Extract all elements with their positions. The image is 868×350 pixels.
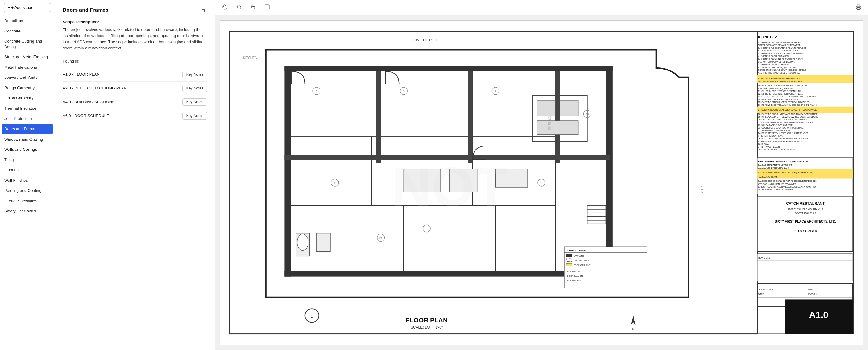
svg-text:22. 5/8" BAR AGENT FOR ADA SER: 22. 5/8" BAR AGENT FOR ADA SER 1. (758, 124, 794, 126)
svg-text:1. EXISTING COLORS 4910 SPRAY : 1. EXISTING COLORS 4910 SPRAY APPLIED (758, 41, 801, 43)
delete-button[interactable]: 🗑 (200, 6, 207, 14)
svg-text:22: 22 (379, 237, 382, 240)
svg-line-1 (240, 8, 241, 9)
svg-text:SCOTTSDALE, AZ: SCOTTSDALE, AZ (795, 212, 816, 215)
svg-text:EXISTING RESTROOM ADA COMPLIAN: EXISTING RESTROOM ADA COMPLIANCE LIST: (758, 160, 810, 163)
sidebar-item-painting-and-coating[interactable]: Painting and Coating (0, 185, 55, 196)
svg-text:15. EXISTING PANELS SEE ELECTR: 15. EXISTING PANELS SEE ELECTRICAL DRAWI… (758, 101, 810, 103)
svg-text:2. EXISTING FLOOR PLAN TO REMA: 2. EXISTING FLOOR PLAN TO REMAIN, REFLEC… (758, 47, 806, 49)
sidebar-item-wall-finishes[interactable]: Wall Finishes (0, 175, 55, 186)
svg-rect-94 (284, 66, 291, 277)
sidebar-item-thermal-insulation[interactable]: Thermal Insulation (0, 103, 55, 114)
svg-text:21. USE STORAGE ROOM SEE INTER: 21. USE STORAGE ROOM SEE INTERIOR DESIGN… (758, 121, 814, 124)
sidebar-item-tiling[interactable]: Tiling (0, 155, 55, 165)
search-tool-button[interactable] (235, 3, 244, 12)
plus-icon: + (8, 5, 10, 10)
found-item-name: A1.0 - FLOOR PLAN (63, 72, 100, 77)
sidebar-item-concrete-cutting-and-boring[interactable]: Concrete Cutting and Boring (0, 36, 55, 52)
svg-text:SEE AOR COMPLIANCE (CD BELOW).: SEE AOR COMPLIANCE (CD BELOW). (758, 61, 795, 63)
sidebar-item-windows-and-glazing[interactable]: Windows and Glazing (0, 134, 55, 145)
found-item: A6.0 - DOOR SCHEDULEKey Notes (63, 109, 207, 123)
svg-text:DOOR CALL ON: DOOR CALL ON (567, 275, 583, 277)
svg-text:DOOR CALL OUT: DOOR CALL OUT (574, 264, 591, 266)
sidebar-item-safety-specialties[interactable]: Safety Specialties (0, 206, 55, 216)
svg-text:13. FRAMES FOR USE. SEE STRUCT: 13. FRAMES FOR USE. SEE STRUCTURAL AND H… (758, 96, 817, 98)
svg-text:SIXTY FIRST PLACE ARCHITECTS, : SIXTY FIRST PLACE ARCHITECTS, LTD. (775, 220, 836, 223)
svg-text:11. FILLERS - SEE INTERIOR DES: 11. FILLERS - SEE INTERIOR DESIGN PLAN. (758, 90, 801, 92)
svg-text:28. EQUIPMENT ON CONCRETE CURB: 28. EQUIPMENT ON CONCRETE CURB. (758, 149, 797, 151)
svg-text:6. EXISTING DOOR TO REMAIN.: 6. EXISTING DOOR TO REMAIN. (758, 64, 789, 66)
svg-text:6. RESTROOMS SHALL HAVE ACCESS: 6. RESTROOMS SHALL HAVE ACCESSIBLE APPRO… (758, 186, 815, 188)
svg-text:ALL EXISTING CONDITIONS AS REQ: ALL EXISTING CONDITIONS AS REQUIRED. (758, 50, 801, 52)
svg-text:15: 15 (586, 113, 589, 116)
sidebar-item-finish-carpentry[interactable]: Finish Carpentry (0, 93, 55, 103)
svg-text:7. EXISTING EXIT DOOR(S) BUT A: 7. EXISTING EXIT DOOR(S) BUT A PART. (758, 66, 797, 69)
svg-rect-98 (376, 71, 381, 163)
svg-rect-73 (757, 254, 852, 281)
blueprint-toolbar (215, 0, 868, 15)
print-button[interactable] (854, 3, 863, 12)
svg-rect-96 (284, 66, 612, 71)
svg-text:KEYNOTES:: KEYNOTES: (758, 36, 777, 39)
add-scope-button[interactable]: + + Add scope (4, 3, 51, 12)
svg-text:A1.0: A1.0 (809, 310, 828, 320)
toolbar-tools (220, 2, 272, 12)
key-notes-button[interactable]: Key Notes (182, 84, 207, 92)
svg-text:DOOR, AND INSTALLED BY OWNER.: DOOR, AND INSTALLED BY OWNER. (758, 188, 794, 190)
svg-text:CATCH RESTAURANT: CATCH RESTAURANT (786, 201, 825, 206)
svg-rect-133 (566, 263, 572, 266)
svg-text:3. ADA COMPLIANT ENTRANCE DOOR: 3. ADA COMPLIANT ENTRANCE DOOR (LEVER HA… (758, 171, 813, 174)
sidebar-item-concrete[interactable]: Concrete (0, 26, 55, 36)
sidebar-item-doors-and-frames[interactable]: Doors and Frames (2, 124, 53, 134)
found-items-list: A1.0 - FLOOR PLANKey NotesA2.0 - REFLECT… (63, 68, 207, 123)
svg-text:18. EXISTING DOOR HARDWARE DUE: 18. EXISTING DOOR HARDWARE DUE TO ADA CO… (758, 113, 818, 115)
sidebar-item-structural-metal-framing[interactable]: Structural Metal Framing (0, 52, 55, 62)
svg-text:DATE: DATE (758, 293, 764, 295)
sidebar-item-rough-carpentry[interactable]: Rough Carpentry (0, 83, 55, 93)
sidebar-item-demolition[interactable]: Demolition (0, 15, 55, 26)
svg-rect-97 (284, 271, 612, 277)
svg-rect-126 (564, 247, 647, 288)
key-notes-button[interactable]: Key Notes (182, 98, 207, 106)
svg-text:COORDINATE PLUMBING PLANS.: COORDINATE PLUMBING PLANS. (758, 129, 791, 132)
svg-text:12. MIRRORS - SEE INTERIOR DES: 12. MIRRORS - SEE INTERIOR DESIGN PLAN. (758, 93, 803, 95)
svg-point-119 (297, 234, 308, 251)
svg-text:9. WALL DOOR OPENING IN THIS W: 9. WALL DOOR OPENING IN THIS WALL AND (758, 77, 801, 80)
sidebar-item-louvers-and-vents[interactable]: Louvers and Vents (0, 72, 55, 83)
svg-point-0 (237, 5, 241, 8)
found-item-name: A4.0 - BUILDING SECTIONS (63, 100, 115, 104)
svg-rect-129 (566, 254, 572, 257)
hand-tool-button[interactable] (220, 2, 229, 12)
found-item: A1.0 - FLOOR PLANKey Notes (63, 68, 207, 81)
svg-text:STRUCTURAL. SEE INTERIOR DESIG: STRUCTURAL. SEE INTERIOR DESIGN PLAN. (758, 140, 803, 142)
svg-text:INSTALL NEW DOOR. SEE DOOR SCH: INSTALL NEW DOOR. SEE DOOR SCHEDULE. (758, 80, 803, 82)
svg-text:ENTRY: ENTRY (701, 183, 704, 194)
svg-text:5. EXISTING PLUMBING FIXTURES : 5. EXISTING PLUMBING FIXTURES TO REMAIN. (758, 58, 805, 60)
svg-text:23. COORDINATE LOCATION WITH P: 23. COORDINATE LOCATION WITH PLUMBING. (758, 127, 804, 129)
scope-description-text: The project involves various tasks relat… (63, 27, 207, 51)
svg-text:7104 E. CAMELBACK RD #112: 7104 E. CAMELBACK RD #112 (787, 208, 823, 211)
sidebar-item-walls-and-ceilings[interactable]: Walls and Ceilings (0, 144, 55, 155)
scope-description-label: Scope Description: (63, 20, 207, 24)
blueprint-canvas: KEYNOTES: 1. EXISTING COLORS 4910 SPRAY … (215, 15, 868, 350)
svg-rect-115 (537, 100, 555, 116)
svg-text:CONCRETE INFILL. VERIFY THICKN: CONCRETE INFILL. VERIFY THICKNESS IS FIE… (758, 69, 806, 71)
sidebar-item-interior-specialties[interactable]: Interior Specialties (0, 196, 55, 206)
svg-text:SCALE: 1/8" = 1'-0": SCALE: 1/8" = 1'-0" (411, 325, 443, 329)
key-notes-button[interactable]: Key Notes (182, 112, 207, 119)
fullscreen-tool-button[interactable] (263, 3, 272, 12)
svg-text:1. ADA COMPLIANT TOILET ROOM: 1. ADA COMPLIANT TOILET ROOM (758, 164, 792, 166)
svg-text:NEW WALL: NEW WALL (574, 255, 585, 257)
sidebar-item-joint-protection[interactable]: Joint Protection (0, 113, 55, 124)
svg-text:11: 11 (540, 181, 543, 184)
sidebar-item-flooring[interactable]: Flooring (0, 165, 55, 175)
svg-text:LINE OF ROOF: LINE OF ROOF (414, 38, 439, 42)
zoom-in-tool-button[interactable] (249, 3, 258, 12)
svg-text:1: 1 (311, 314, 313, 318)
svg-rect-7 (857, 7, 860, 9)
key-notes-button[interactable]: Key Notes (182, 71, 207, 78)
svg-text:4. EXISTING DOOR, BUT A NEW.: 4. EXISTING DOOR, BUT A NEW. (758, 55, 790, 57)
main-title: Doors and Frames (63, 7, 108, 13)
svg-text:14. EXISTING LADDER AND HATCH : 14. EXISTING LADDER AND HATCH WITH. (758, 98, 799, 101)
sidebar-item-metal-fabrications[interactable]: Metal Fabrications (0, 62, 55, 73)
